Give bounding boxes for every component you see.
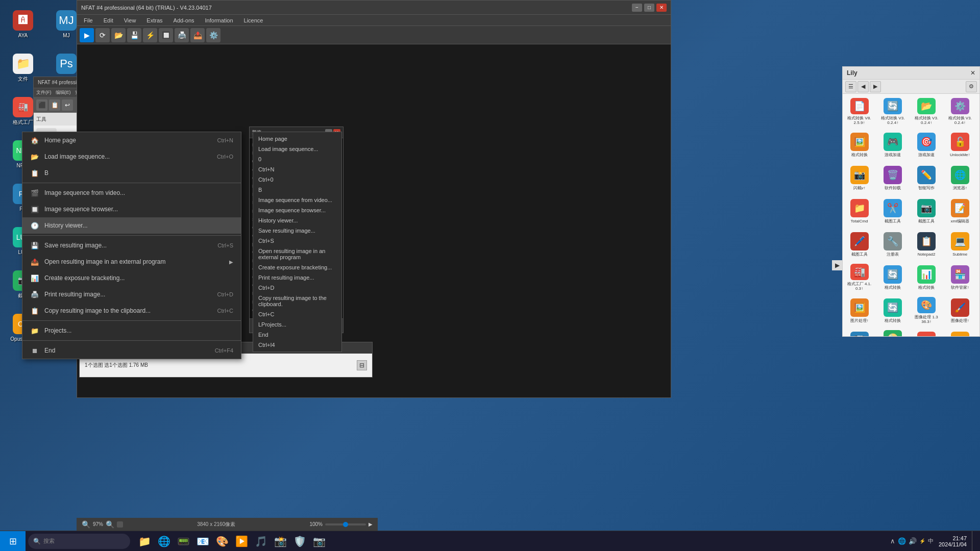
bg-menu-item-7[interactable]: Image sequence from video...	[253, 195, 341, 205]
nfat-minimize-button[interactable]: −	[632, 4, 642, 12]
bg-menu-item-11[interactable]: Ctrl+S	[253, 236, 341, 246]
zoom-slider[interactable]	[325, 523, 366, 525]
menu-item-b[interactable]: 📋 B	[22, 165, 241, 181]
taskbar-app-ps[interactable]: 🎨	[213, 532, 231, 550]
taskbar-clock[interactable]: 21:47 2024/11/04	[939, 535, 972, 547]
lily-scroll-right[interactable]: ▶	[832, 260, 842, 270]
lily-app-4[interactable]: 🖼️ 格式转换	[845, 130, 873, 160]
menu-item-history[interactable]: 🕐 History viewer...	[22, 217, 241, 234]
taskbar-app-explorer[interactable]: 📁	[135, 532, 154, 550]
menu-view[interactable]: View	[120, 16, 140, 24]
toolbar-btn-7[interactable]: 🖨️	[175, 28, 189, 42]
bg-menu-item-6[interactable]: B	[253, 185, 341, 195]
menu-item-end[interactable]: ⏹ End Ctrl+F4	[22, 342, 241, 359]
menu-item-bracketing[interactable]: 📊 Create exposure bracketing...	[22, 270, 241, 286]
toolbar-btn-3[interactable]: 📂	[111, 28, 126, 42]
menu-item-home[interactable]: 🏠 Home page Ctrl+N	[22, 132, 241, 148]
desktop-icon-aya[interactable]: 🅰 AYA	[5, 5, 41, 43]
lily-app-16[interactable]: 🖊️ 截图工具	[845, 229, 873, 260]
toolbar-btn-4[interactable]: 💾	[127, 28, 141, 42]
menu-addons[interactable]: Add-ons	[169, 16, 199, 24]
toolbar-btn-1[interactable]: ▶	[80, 28, 94, 42]
bg-menu-item-3[interactable]: 0	[253, 154, 341, 164]
tray-network[interactable]: 🌐	[898, 537, 906, 545]
taskbar-app-screenshot[interactable]: 📸	[271, 532, 289, 550]
tray-lang[interactable]: 中	[928, 537, 934, 545]
small-menu-file[interactable]: 文件(F)	[36, 89, 52, 96]
bg-menu-item-20[interactable]: Ctrl+I4	[253, 340, 341, 350]
bg-menu-item-10[interactable]: Save resulting image...	[253, 226, 341, 236]
bg-menu-item-17[interactable]: Ctrl+C	[253, 309, 341, 319]
lily-app-0[interactable]: 📄 格式转换 V8.2.5.9↑	[845, 96, 873, 127]
small-menu-edit[interactable]: 编辑(E)	[56, 89, 71, 96]
taskbar-app-chrome[interactable]: 🌐	[155, 532, 173, 550]
lily-app-31[interactable]: 📂 文件管理	[946, 329, 974, 336]
small-toolbar-btn-2[interactable]: 📋	[49, 99, 60, 111]
toolbar-btn-8[interactable]: 📤	[190, 28, 205, 42]
menu-item-video[interactable]: 🎬 Image sequence from video...	[22, 185, 241, 201]
lily-app-18[interactable]: 📋 Notepad2	[913, 229, 941, 260]
lily-app-12[interactable]: 📁 TotalCmd	[845, 196, 873, 227]
toolbar-btn-5[interactable]: ⚡	[143, 28, 157, 42]
taskbar-app-mail[interactable]: 📧	[193, 532, 212, 550]
bg-menu-item-1[interactable]: Home page	[253, 134, 341, 144]
tray-volume[interactable]: 🔊	[909, 537, 917, 545]
lily-app-30[interactable]: 📁 TotalCmd	[913, 329, 941, 336]
lily-toolbar-settings[interactable]: ⚙	[966, 81, 977, 92]
lily-app-19[interactable]: 💻 Sublime	[946, 229, 974, 260]
taskbar-app-camera[interactable]: 📷	[310, 532, 328, 550]
lily-app-6[interactable]: 🎯 游戏加速	[913, 130, 941, 160]
taskbar-app-music[interactable]: 🎵	[252, 532, 270, 550]
bg-menu-item-5[interactable]: Ctrl+0	[253, 174, 341, 185]
menu-licence[interactable]: Licence	[240, 16, 267, 24]
zoom-out-btn[interactable]: 🔍	[82, 520, 90, 529]
lily-app-26[interactable]: 🎨 图像处理 1.336.3↑	[913, 295, 941, 326]
menu-file[interactable]: File	[80, 16, 97, 24]
menu-item-browser[interactable]: 🔲 Image sequence browser...	[22, 201, 241, 217]
lily-app-24[interactable]: 🖼️ 图片处理↑	[845, 295, 873, 326]
lily-app-28[interactable]: 💾 磁盘分析	[845, 329, 873, 336]
lily-app-9[interactable]: 🗑️ 软件卸载	[879, 163, 907, 193]
menu-item-print[interactable]: 🖨️ Print resulting image... Ctrl+D	[22, 286, 241, 303]
zoom-in-btn[interactable]: 🔍	[106, 520, 114, 529]
small-toolbar-btn-1[interactable]: ⬛	[36, 99, 47, 111]
lily-app-17[interactable]: 🔧 注册表	[879, 229, 907, 260]
lily-app-14[interactable]: 📷 截图工具	[913, 196, 941, 227]
lily-app-15[interactable]: 📝 xml编辑器	[946, 196, 974, 227]
zoom-arrow-right[interactable]: ▶	[369, 521, 373, 527]
fm-button[interactable]: ⊟	[357, 360, 367, 370]
tray-expand[interactable]: ∧	[890, 537, 895, 545]
toolbar-btn-9[interactable]: ⚙️	[206, 28, 220, 42]
zoom-slider-thumb[interactable]	[343, 522, 348, 527]
taskbar-app-video[interactable]: ▶️	[232, 532, 251, 550]
lily-app-10[interactable]: ✏️ 智能写作	[913, 163, 941, 193]
taskbar-start-button[interactable]: ⊞	[0, 531, 26, 552]
taskbar-app-terminal[interactable]: 📟	[174, 532, 192, 550]
taskbar-app-security[interactable]: 🛡️	[290, 532, 309, 550]
lily-toolbar-back[interactable]: ◀	[857, 81, 869, 92]
taskbar-show-desktop[interactable]	[972, 531, 980, 552]
small-toolbar-btn-3[interactable]: ↩	[62, 99, 73, 111]
menu-item-load[interactable]: 📂 Load image sequence... Ctrl+O	[22, 148, 241, 165]
bg-menu-item-18[interactable]: LProjects...	[253, 319, 341, 330]
nfat-maximize-button[interactable]: □	[644, 4, 654, 12]
bg-menu-item-14[interactable]: Print resulting image...	[253, 272, 341, 283]
bg-menu-item-15[interactable]: Ctrl+D	[253, 283, 341, 293]
menu-item-projects[interactable]: 📁 Projects...	[22, 322, 241, 339]
lily-app-25[interactable]: 🔄 格式转换	[879, 295, 907, 326]
bg-menu-item-9[interactable]: History viewer...	[253, 215, 341, 226]
lily-app-5[interactable]: 🎮 游戏加速	[879, 130, 907, 160]
lily-app-22[interactable]: 📊 格式转换	[913, 262, 941, 293]
bg-menu-item-13[interactable]: Create exposure bracketing...	[253, 262, 341, 272]
menu-item-save[interactable]: 💾 Save resulting image... Ctrl+S	[22, 237, 241, 254]
bg-menu-item-12[interactable]: Open resulting image in an external prog…	[253, 246, 341, 262]
lily-app-11[interactable]: 🌐 浏览器↑	[946, 163, 974, 193]
bg-menu-item-4[interactable]: Ctrl+N	[253, 164, 341, 174]
bg-menu-item-19[interactable]: End	[253, 330, 341, 340]
toolbar-btn-6[interactable]: 🔲	[159, 28, 173, 42]
taskbar-search-box[interactable]: 🔍 搜索	[28, 534, 130, 549]
lily-toolbar-forward[interactable]: ▶	[870, 81, 881, 92]
bg-menu-item-2[interactable]: Load image sequence...	[253, 144, 341, 154]
lily-app-21[interactable]: 🔄 格式转换	[879, 262, 907, 293]
lily-app-1[interactable]: 🔄 格式转换 V3.0.2.4↑	[879, 96, 907, 127]
